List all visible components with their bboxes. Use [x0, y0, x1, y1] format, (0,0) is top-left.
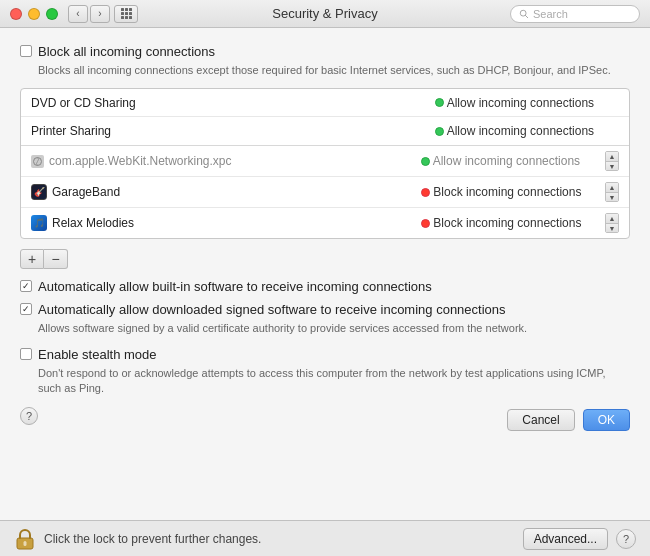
traffic-lights	[10, 8, 58, 20]
status-dot-red-2	[421, 219, 430, 228]
auto-builtin-label: Automatically allow built-in software to…	[38, 279, 432, 294]
bottom-bar: Click the lock to prevent further change…	[0, 520, 650, 556]
firewall-system-section: DVD or CD Sharing Allow incoming connect…	[21, 89, 629, 146]
app-name-printer: Printer Sharing	[31, 124, 435, 138]
remove-button[interactable]: −	[44, 249, 68, 269]
window-title: Security & Privacy	[272, 6, 377, 21]
block-all-row: Block all incoming connections	[20, 44, 630, 59]
stepper-up-3[interactable]: ▲	[606, 214, 618, 224]
firewall-table: DVD or CD Sharing Allow incoming connect…	[20, 88, 630, 239]
stealth-mode-label: Enable stealth mode	[38, 347, 157, 362]
stepper-garageband[interactable]: ▲ ▼	[605, 182, 619, 202]
block-all-description: Blocks all incoming connections except t…	[38, 63, 630, 78]
stepper-down-3[interactable]: ▼	[606, 224, 618, 233]
fw-status-webkit: Allow incoming connections	[430, 154, 605, 168]
help-button-bottom[interactable]: ?	[616, 529, 636, 549]
stepper-down-2[interactable]: ▼	[606, 193, 618, 202]
nav-buttons: ‹ ›	[68, 5, 110, 23]
add-button[interactable]: +	[20, 249, 44, 269]
auto-signed-description: Allows software signed by a valid certif…	[38, 321, 630, 336]
auto-signed-checkbox[interactable]	[20, 303, 32, 315]
stealth-mode-checkbox[interactable]	[20, 348, 32, 360]
forward-button[interactable]: ›	[90, 5, 110, 23]
close-button[interactable]	[10, 8, 22, 20]
stepper-up[interactable]: ▲	[606, 152, 618, 162]
table-row: 🎵 Relax Melodies Block incoming connecti…	[21, 208, 629, 238]
auto-builtin-checkbox[interactable]	[20, 280, 32, 292]
table-row: DVD or CD Sharing Allow incoming connect…	[21, 89, 629, 117]
svg-rect-4	[24, 541, 27, 546]
grid-button[interactable]	[114, 5, 138, 23]
webkit-icon	[31, 155, 44, 168]
bottom-buttons: Advanced... ?	[523, 528, 636, 550]
help-button-main[interactable]: ?	[20, 407, 38, 425]
webkit-icon-svg	[32, 156, 43, 167]
main-content: Block all incoming connections Blocks al…	[0, 28, 650, 520]
cancel-button[interactable]: Cancel	[507, 409, 574, 431]
stealth-mode-description: Don't respond to or acknowledge attempts…	[38, 366, 630, 397]
relax-icon: 🎵	[31, 215, 47, 231]
stepper-relax[interactable]: ▲ ▼	[605, 213, 619, 233]
titlebar: ‹ › Security & Privacy Search	[0, 0, 650, 28]
advanced-button[interactable]: Advanced...	[523, 528, 608, 550]
minimize-button[interactable]	[28, 8, 40, 20]
status-dot-red-1	[421, 188, 430, 197]
firewall-app-section: com.apple.WebKit.Networking.xpc Allow in…	[21, 146, 629, 238]
app-name-relax: 🎵 Relax Melodies	[31, 215, 421, 231]
auto-builtin-row: Automatically allow built-in software to…	[20, 279, 630, 294]
app-name-garageband: 🎸 GarageBand	[31, 184, 421, 200]
back-button[interactable]: ‹	[68, 5, 88, 23]
status-dot-green-2	[435, 127, 444, 136]
search-placeholder: Search	[533, 8, 568, 20]
lock-text: Click the lock to prevent further change…	[44, 532, 261, 546]
stepper-down[interactable]: ▼	[606, 162, 618, 171]
block-all-label: Block all incoming connections	[38, 44, 215, 59]
table-row: 🎸 GarageBand Block incoming connections …	[21, 177, 629, 208]
svg-line-1	[525, 15, 528, 18]
ok-button[interactable]: OK	[583, 409, 630, 431]
table-row: Printer Sharing Allow incoming connectio…	[21, 117, 629, 145]
stepper-webkit[interactable]: ▲ ▼	[605, 151, 619, 171]
grid-icon	[121, 8, 132, 19]
maximize-button[interactable]	[46, 8, 58, 20]
lock-svg	[15, 528, 35, 550]
lock-section: Click the lock to prevent further change…	[14, 528, 523, 550]
stealth-mode-row: Enable stealth mode	[20, 347, 630, 362]
auto-signed-row: Automatically allow downloaded signed so…	[20, 302, 630, 317]
search-box[interactable]: Search	[510, 5, 640, 23]
garageband-icon: 🎸	[31, 184, 47, 200]
table-row: com.apple.WebKit.Networking.xpc Allow in…	[21, 146, 629, 177]
search-icon	[519, 9, 529, 19]
plus-minus-row: + −	[20, 249, 630, 269]
status-dot-green	[435, 98, 444, 107]
auto-signed-label: Automatically allow downloaded signed so…	[38, 302, 506, 317]
app-name-webkit: com.apple.WebKit.Networking.xpc	[31, 154, 421, 168]
app-name-dvd: DVD or CD Sharing	[31, 96, 435, 110]
stepper-up-2[interactable]: ▲	[606, 183, 618, 193]
fw-status-garageband: Block incoming connections	[430, 185, 605, 199]
fw-status-printer: Allow incoming connections	[444, 124, 619, 138]
lock-icon[interactable]	[14, 528, 36, 550]
status-dot-green-3	[421, 157, 430, 166]
block-all-checkbox[interactable]	[20, 45, 32, 57]
fw-status-dvd: Allow incoming connections	[444, 96, 619, 110]
fw-status-relax: Block incoming connections	[430, 216, 605, 230]
